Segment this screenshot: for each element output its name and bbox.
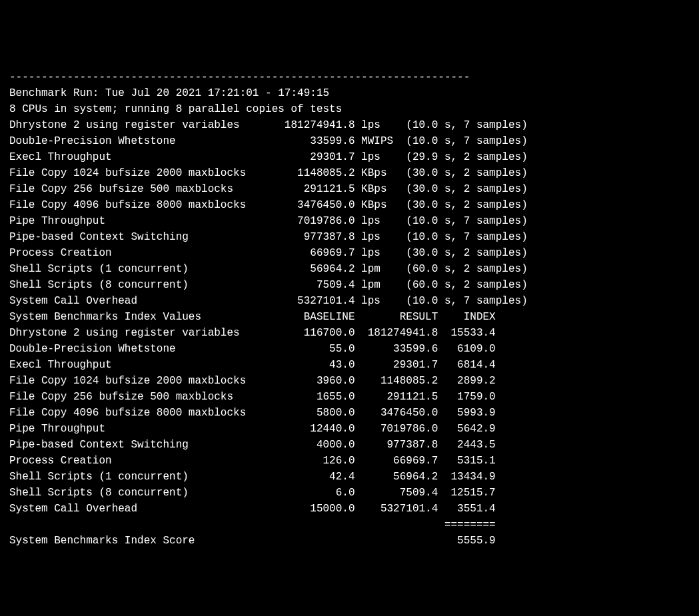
test-result-row: Dhrystone 2 using register variables 181…: [9, 117, 690, 133]
index-row: System Call Overhead 15000.0 5327101.4 3…: [9, 501, 690, 517]
index-row: File Copy 256 bufsize 500 maxblocks 1655…: [9, 389, 690, 405]
test-result-row: System Call Overhead 5327101.4 lps (10.0…: [9, 293, 690, 309]
index-row: File Copy 4096 bufsize 8000 maxblocks 58…: [9, 405, 690, 421]
test-result-row: File Copy 4096 bufsize 8000 maxblocks 34…: [9, 197, 690, 213]
test-result-row: Process Creation 66969.7 lps (30.0 s, 2 …: [9, 245, 690, 261]
test-result-row: File Copy 256 bufsize 500 maxblocks 2911…: [9, 181, 690, 197]
benchmark-run-line: Benchmark Run: Tue Jul 20 2021 17:21:01 …: [9, 85, 690, 101]
cpu-info-line: 8 CPUs in system; running 8 parallel cop…: [9, 101, 690, 117]
index-row: File Copy 1024 bufsize 2000 maxblocks 39…: [9, 373, 690, 389]
test-result-row: Shell Scripts (8 concurrent) 7509.4 lpm …: [9, 277, 690, 293]
index-row: Pipe-based Context Switching 4000.0 9773…: [9, 437, 690, 453]
test-result-row: Double-Precision Whetstone 33599.6 MWIPS…: [9, 133, 690, 149]
index-header-row: System Benchmarks Index Values BASELINE …: [9, 309, 690, 325]
index-row: Process Creation 126.0 66969.7 5315.1: [9, 453, 690, 469]
index-row: Double-Precision Whetstone 55.0 33599.6 …: [9, 341, 690, 357]
index-row: Pipe Throughput 12440.0 7019786.0 5642.9: [9, 421, 690, 437]
score-line: System Benchmarks Index Score 5555.9: [9, 533, 690, 549]
score-separator-line: ========: [9, 517, 690, 533]
test-result-row: Shell Scripts (1 concurrent) 56964.2 lpm…: [9, 261, 690, 277]
index-row: Shell Scripts (1 concurrent) 42.4 56964.…: [9, 469, 690, 485]
terminal-output: ----------------------------------------…: [9, 69, 690, 549]
test-result-row: File Copy 1024 bufsize 2000 maxblocks 11…: [9, 165, 690, 181]
separator-line: ----------------------------------------…: [9, 69, 690, 85]
test-result-row: Pipe-based Context Switching 977387.8 lp…: [9, 229, 690, 245]
index-row: Dhrystone 2 using register variables 116…: [9, 325, 690, 341]
test-result-row: Pipe Throughput 7019786.0 lps (10.0 s, 7…: [9, 213, 690, 229]
index-row: Shell Scripts (8 concurrent) 6.0 7509.4 …: [9, 485, 690, 501]
test-result-row: Execl Throughput 29301.7 lps (29.9 s, 2 …: [9, 149, 690, 165]
index-row: Execl Throughput 43.0 29301.7 6814.4: [9, 357, 690, 373]
